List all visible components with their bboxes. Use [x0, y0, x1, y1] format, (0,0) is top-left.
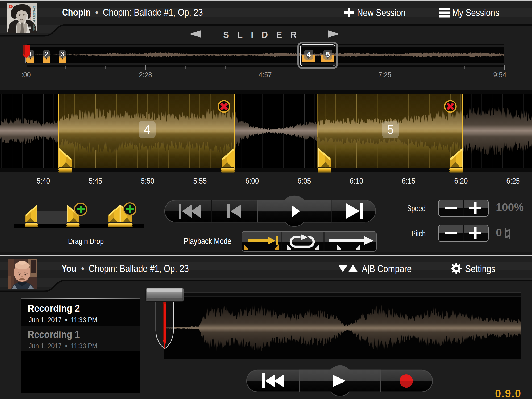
svg-text:FREDERIC CHOPIN: FREDERIC CHOPIN: [30, 6, 31, 20]
svg-text:EVGENY KISSIN: EVGENY KISSIN: [32, 6, 36, 31]
